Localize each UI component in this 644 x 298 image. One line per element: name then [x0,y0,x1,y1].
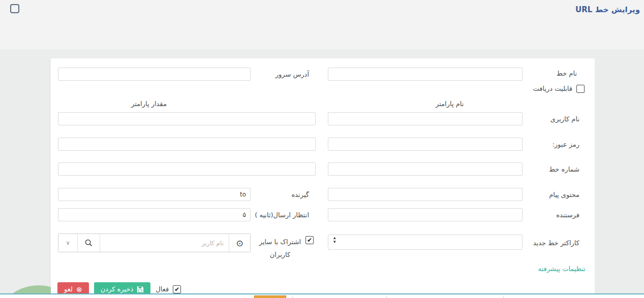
user-search-input[interactable] [100,234,229,252]
message-content-input[interactable] [328,188,523,201]
app-window: ویرایش خط URL نام خط آدرس سرور قابلیت در… [0,0,644,298]
check-icon: ✔ [174,286,179,292]
target-icon: ⊙ [236,238,243,248]
search-icon [85,239,93,247]
line-name-input[interactable] [328,68,523,81]
cancel-circle-x-icon: ⊗ [76,286,82,293]
user-search-dropdown-button[interactable]: ∨ [58,234,78,252]
save-icon [137,286,144,293]
bottom-edge-strip [0,293,644,298]
send-wait-input[interactable] [58,208,251,221]
message-content-label: محتوی پیام [549,191,579,198]
share-with-users-label: اشتراک با سایر کاربران [259,236,301,261]
username-label: نام کاربری [550,115,579,123]
user-target-button[interactable]: ⊙ [229,234,250,252]
recipient-label: گیرنده [291,191,309,198]
bottom-strip-divider [386,295,387,298]
check-icon: ✔ [307,237,312,243]
active-label: فعال [156,285,169,293]
cancel-button-label: لغو [64,285,73,293]
bottom-strip-divider [292,295,293,298]
window-toggle-icon[interactable] [10,4,19,13]
active-checkbox[interactable]: ✔ [173,285,181,293]
password-label: رمز عبور: [552,141,579,148]
updown-spinner-icon: ▴▾ [333,236,336,244]
param-name-header: نام پارامتر [436,100,464,108]
bottom-strip-orange-segment [254,295,286,298]
bottom-strip-divider [503,295,504,298]
page-title: ویرایش خط URL [575,5,640,14]
form-card: نام خط آدرس سرور قابلیت دریافت نام پارام… [51,58,595,293]
line-number-param-name-input[interactable] [328,162,523,176]
param-value-header: مقدار پارامتر [131,100,167,108]
newline-char-label: کاراکتر خط جدید [533,239,579,247]
sender-input[interactable] [328,208,523,221]
line-number-param-value-input[interactable] [58,162,316,176]
recipient-value-input[interactable] [58,188,251,201]
server-address-label: آدرس سرور [275,71,309,78]
sender-label: فرستنده [556,211,579,219]
line-name-label: نام خط [557,70,577,77]
send-wait-label: انتظار ارسال(ثانیه ) [255,211,309,219]
advanced-settings-link[interactable]: تنظیمات پیشرفته [538,265,586,273]
receive-capability-checkbox[interactable] [576,85,585,93]
password-param-name-input[interactable] [328,138,523,151]
newline-char-select[interactable]: ▴▾ [328,235,523,250]
share-with-users-checkbox[interactable]: ✔ [305,236,314,244]
server-address-input[interactable] [58,68,251,81]
top-band [0,0,644,49]
password-param-value-input[interactable] [58,138,316,151]
receive-capability-label: قابلیت دریافت [533,85,572,92]
username-param-name-input[interactable] [328,112,523,125]
chevron-down-icon: ∨ [66,240,70,246]
save-button-label: ذخیره کردن [101,285,134,293]
user-search-widget: ∨ ⊙ [58,234,251,252]
user-search-button[interactable] [78,234,100,252]
username-param-value-input[interactable] [58,112,316,125]
line-number-label: شماره خط [549,165,579,173]
